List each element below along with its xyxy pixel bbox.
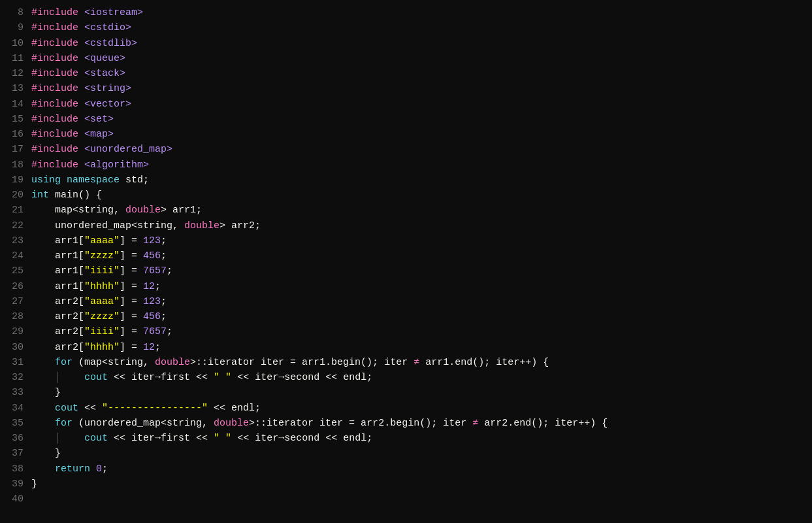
code-line: arr2["iiii"] = 7657; <box>31 324 802 339</box>
line-number: 34 <box>5 401 24 416</box>
code-line: for (map<string, double>::iterator iter … <box>31 355 802 370</box>
line-number: 16 <box>5 127 24 142</box>
line-number: 8 <box>5 5 24 20</box>
line-number: 36 <box>5 431 24 446</box>
line-number: 14 <box>5 97 24 112</box>
code-line: for (unordered_map<string, double>::iter… <box>31 416 802 431</box>
line-number: 10 <box>5 36 24 51</box>
code-line: #include <unordered_map> <box>31 142 802 157</box>
line-number: 9 <box>5 20 24 35</box>
code-line: #include <map> <box>31 127 802 142</box>
code-line: } <box>31 477 802 492</box>
code-line: │ cout << iter→first << " " << iter→seco… <box>31 370 802 385</box>
line-number: 40 <box>5 492 24 507</box>
line-number: 19 <box>5 173 24 188</box>
code-line: return 0; <box>31 462 802 477</box>
code-line: #include <queue> <box>31 51 802 66</box>
code-content: #include <iostream>#include <cstdio>#inc… <box>31 5 812 507</box>
line-number: 29 <box>5 324 24 339</box>
line-number: 22 <box>5 218 24 233</box>
line-number: 38 <box>5 462 24 477</box>
code-line: #include <string> <box>31 81 802 96</box>
code-line: int main() { <box>31 188 802 203</box>
line-number: 17 <box>5 142 24 157</box>
code-line: arr1["zzzz"] = 456; <box>31 248 802 263</box>
line-number: 21 <box>5 203 24 218</box>
line-number: 20 <box>5 188 24 203</box>
code-line: arr2["aaaa"] = 123; <box>31 294 802 309</box>
code-line: #include <cstdio> <box>31 20 802 35</box>
code-line: arr2["zzzz"] = 456; <box>31 309 802 324</box>
code-line: #include <set> <box>31 112 802 127</box>
line-number: 18 <box>5 158 24 173</box>
code-line: #include <vector> <box>31 97 802 112</box>
code-line: } <box>31 385 802 400</box>
line-number: 39 <box>5 477 24 492</box>
line-number: 35 <box>5 416 24 431</box>
line-number: 33 <box>5 385 24 400</box>
line-number: 32 <box>5 370 24 385</box>
code-line: #include <algorithm> <box>31 158 802 173</box>
code-line: arr2["hhhh"] = 12; <box>31 340 802 355</box>
line-number: 24 <box>5 248 24 263</box>
code-line: arr1["aaaa"] = 123; <box>31 233 802 248</box>
line-number: 12 <box>5 66 24 81</box>
line-number: 13 <box>5 81 24 96</box>
code-line: #include <cstdlib> <box>31 36 802 51</box>
line-number: 15 <box>5 112 24 127</box>
line-number: 25 <box>5 263 24 278</box>
code-line: using namespace std; <box>31 173 802 188</box>
line-number: 23 <box>5 233 24 248</box>
line-number: 30 <box>5 340 24 355</box>
code-line: arr1["hhhh"] = 12; <box>31 279 802 294</box>
line-number: 11 <box>5 51 24 66</box>
line-number-gutter: 8910111213141516171819202122232425262728… <box>0 5 31 507</box>
code-line: │ cout << iter→first << " " << iter→seco… <box>31 431 802 446</box>
code-line: cout << "----------------" << endl; <box>31 401 802 416</box>
line-number: 37 <box>5 446 24 461</box>
code-line: } <box>31 446 802 461</box>
code-line: #include <iostream> <box>31 5 802 20</box>
line-number: 27 <box>5 294 24 309</box>
line-number: 26 <box>5 279 24 294</box>
line-number: 28 <box>5 309 24 324</box>
code-line: arr1["iiii"] = 7657; <box>31 263 802 278</box>
line-number: 31 <box>5 355 24 370</box>
code-line: #include <stack> <box>31 66 802 81</box>
code-line: unordered_map<string, double> arr2; <box>31 218 802 233</box>
code-line: map<string, double> arr1; <box>31 203 802 218</box>
code-editor: 8910111213141516171819202122232425262728… <box>0 0 812 512</box>
